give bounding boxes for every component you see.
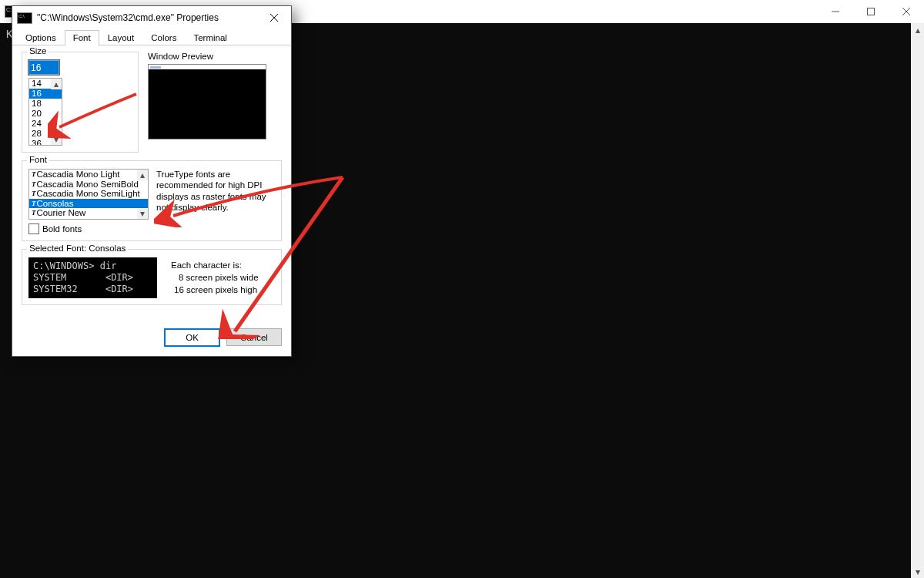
minimize-button[interactable] (818, 0, 853, 23)
font-listbox[interactable]: ▴ TCascadia Mono Light TCascadia Mono Se… (28, 169, 149, 220)
size-option[interactable]: 18 (29, 99, 62, 109)
dialog-tabs: Options Font Layout Colors Terminal (12, 29, 291, 45)
font-group: Font ▴ TCascadia Mono Light TCascadia Mo… (22, 160, 282, 241)
char-width: 8 screen pixels wide (171, 271, 259, 284)
size-group: Size ▴ 14 16 18 20 24 28 36 ▾ (22, 52, 139, 153)
font-legend: Font (27, 155, 49, 164)
close-button[interactable] (889, 0, 924, 23)
font-option[interactable]: TCascadia Mono Light (29, 170, 148, 180)
dialog-titlebar[interactable]: "C:\Windows\System32\cmd.exe" Properties (12, 6, 291, 29)
scrollbar[interactable]: ▴ ▾ (911, 23, 924, 578)
dialog-close-button[interactable] (256, 6, 291, 29)
svg-rect-1 (868, 8, 875, 15)
font-option[interactable]: TCascadia Mono SemiLight (29, 189, 148, 199)
tab-colors[interactable]: Colors (142, 30, 185, 45)
truetype-icon: T (32, 189, 35, 199)
font-option[interactable]: TConsolas (29, 199, 148, 209)
preview-legend: Window Preview (148, 52, 282, 61)
cancel-button[interactable]: Cancel (226, 328, 282, 346)
tab-terminal[interactable]: Terminal (185, 30, 235, 45)
font-option[interactable]: TCourier New (29, 208, 148, 218)
truetype-icon: T (32, 170, 35, 180)
selected-font-legend: Selected Font: Consolas (27, 244, 128, 253)
size-legend: Size (27, 46, 49, 55)
scroll-down-icon[interactable]: ▾ (137, 208, 148, 219)
size-option[interactable]: 16 (29, 89, 62, 99)
ok-button[interactable]: OK (164, 328, 220, 347)
size-listbox[interactable]: ▴ 14 16 18 20 24 28 36 ▾ (28, 78, 62, 146)
size-option[interactable]: 20 (29, 109, 62, 119)
tab-layout[interactable]: Layout (99, 30, 143, 45)
truetype-icon: T (32, 180, 35, 190)
tab-font[interactable]: Font (65, 30, 99, 45)
window-preview (148, 64, 266, 139)
truetype-icon: T (32, 208, 35, 218)
bold-fonts-label: Bold fonts (42, 224, 82, 234)
scroll-up-icon[interactable]: ▴ (137, 170, 148, 180)
maximize-button[interactable] (853, 0, 889, 23)
font-sample: C:\WINDOWS> dir SYSTEM <DIR> SYSTEM32 <D… (28, 257, 157, 298)
size-option[interactable]: 24 (29, 119, 62, 129)
bold-fonts-checkbox[interactable] (28, 223, 39, 234)
scroll-up-icon[interactable]: ▴ (51, 79, 62, 89)
scroll-down-icon[interactable]: ▾ (51, 134, 62, 145)
size-input[interactable] (28, 60, 59, 75)
tab-options[interactable]: Options (17, 30, 65, 45)
selected-font-group: Selected Font: Consolas C:\WINDOWS> dir … (22, 249, 282, 305)
font-option[interactable]: TCascadia Mono SemiBold (29, 180, 148, 190)
truetype-icon: T (32, 199, 35, 209)
char-height: 16 screen pixels high (171, 284, 259, 296)
properties-dialog: "C:\Windows\System32\cmd.exe" Properties… (12, 5, 292, 357)
cmd-icon (17, 12, 32, 24)
truetype-note: TrueType fonts are recommended for high … (156, 169, 275, 234)
dialog-title: "C:\Windows\System32\cmd.exe" Properties (37, 12, 219, 23)
char-info-label: Each character is: (171, 259, 259, 271)
scroll-up-button[interactable]: ▴ (911, 23, 924, 36)
scroll-down-button[interactable]: ▾ (911, 565, 924, 578)
